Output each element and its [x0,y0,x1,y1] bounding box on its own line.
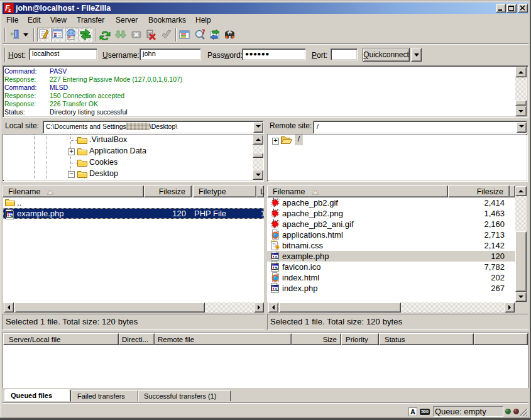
svg-text:z: z [8,7,11,13]
